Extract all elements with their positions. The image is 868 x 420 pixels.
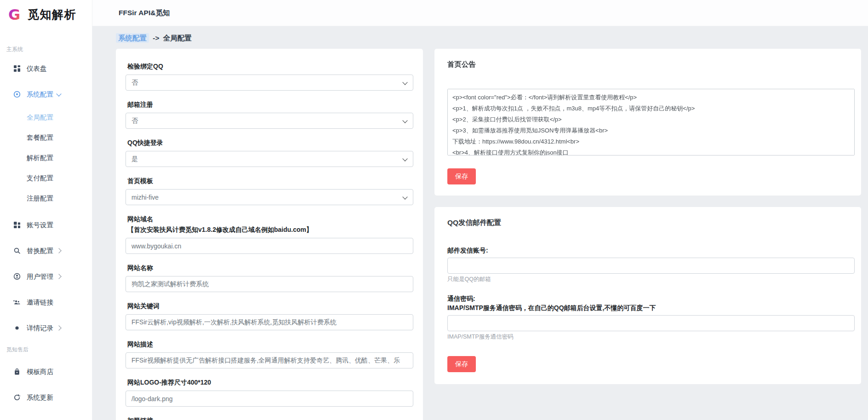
field-label: 邮件发信账号:	[447, 246, 855, 255]
mail-save-button[interactable]: 保存	[447, 356, 476, 372]
sidebar-item-replace-config[interactable]: 替换配置	[0, 238, 92, 264]
mail-password-input[interactable]	[447, 315, 855, 331]
app-window: G 觅知解析 主系统 仪表盘 系统配置 全局配	[0, 0, 868, 420]
field-label: 邮箱注册	[126, 100, 413, 109]
breadcrumb-arrow: ->	[153, 34, 159, 42]
sidebar-subitem-label: 解析配置	[27, 154, 53, 162]
field-label: QQ快捷登录	[126, 138, 413, 147]
sidebar-item-label: 仪表盘	[27, 64, 47, 73]
sidebar-menu: 仪表盘 系统配置 全局配置 套餐配置 解析配置	[0, 56, 92, 410]
global-config-form-card: 检验绑定QQ 否 邮箱注册 否 QQ快捷登录 是 首页模板 mizhi-five	[116, 49, 423, 420]
sidebar-section-label-main: 主系统	[6, 46, 23, 53]
system-config-icon	[13, 91, 21, 98]
chevron-down-icon	[402, 156, 407, 161]
chevron-right-icon	[56, 325, 61, 330]
shop-bag-icon	[13, 368, 21, 376]
field-sublabel: IMAP/SMTP服务通信密码，在自己的QQ邮箱后台设置,不懂的可百度一下	[447, 303, 855, 312]
field-label: 网站描述	[126, 339, 413, 349]
sidebar-item-label: 系统更新	[27, 393, 53, 402]
field-label: 通信密码:	[447, 294, 855, 303]
sidebar-item-system-update[interactable]: 系统更新	[0, 385, 92, 410]
svg-text:G: G	[8, 6, 20, 23]
record-dot-icon	[13, 324, 21, 332]
form-group-mail-password: 通信密码: IMAP/SMTP服务通信密码，在自己的QQ邮箱后台设置,不懂的可百…	[447, 294, 855, 340]
site-description-input[interactable]	[126, 352, 413, 368]
site-logo-input[interactable]	[126, 391, 413, 407]
select-value: mizhi-five	[131, 194, 159, 201]
account-grid-icon	[13, 221, 21, 229]
field-label: 检验绑定QQ	[126, 62, 413, 71]
field-label: 网站域名	[126, 214, 413, 224]
sidebar-subitem-label: 支付配置	[27, 174, 53, 183]
sidebar-item-label: 系统配置	[27, 90, 53, 99]
qq-quick-login-select[interactable]: 是	[126, 151, 413, 167]
sidebar-subitem-label: 全局配置	[27, 113, 53, 122]
sidebar-item-label: 模板商店	[27, 368, 53, 376]
refresh-icon	[13, 394, 21, 402]
breadcrumb-parent-link[interactable]: 系统配置	[116, 33, 149, 43]
announcement-save-button[interactable]: 保存	[447, 168, 476, 184]
home-announcement-card: 首页公告 <p><font color="red">必看：</font>请到解析…	[434, 49, 861, 196]
sidebar-section-label-aftersale: 觅知售后	[0, 341, 92, 354]
site-name-input[interactable]	[126, 276, 413, 292]
field-label: 网站关键词	[126, 301, 413, 311]
form-group-email-register: 邮箱注册 否	[126, 100, 413, 129]
chevron-down-icon	[402, 80, 407, 85]
sidebar-item-system-config[interactable]: 系统配置	[0, 81, 92, 107]
check-bind-qq-select[interactable]: 否	[126, 75, 413, 91]
field-sublabel: 【首次安装扶风计费觅知v1.8.2修改成自己域名例如baidu.com】	[126, 225, 413, 234]
sidebar-subitem-payment-config[interactable]: 支付配置	[0, 168, 92, 188]
field-label: 加群链接	[126, 416, 413, 420]
brand-wordmark: 觅知解析	[28, 7, 76, 22]
site-domain-input[interactable]	[126, 238, 413, 254]
form-group-site-description: 网站描述	[126, 339, 413, 368]
breadcrumb-current: 全局配置	[163, 34, 192, 42]
announcement-textarea[interactable]: <p><font color="red">必看：</font>请到解析设置里查看…	[447, 89, 855, 155]
select-value: 否	[131, 79, 138, 87]
sidebar: G 觅知解析 主系统 仪表盘 系统配置 全局配	[0, 0, 92, 420]
search-replace-icon	[13, 247, 21, 255]
chevron-right-icon	[56, 248, 61, 253]
sidebar-item-account-settings[interactable]: 账号设置	[0, 212, 92, 238]
mail-account-input[interactable]	[447, 258, 855, 274]
form-group-site-name: 网站名称	[126, 263, 413, 292]
invite-users-icon	[13, 299, 21, 306]
form-group-group-link: 加群链接	[126, 416, 413, 420]
mail-account-hint: 只能是QQ的邮箱	[447, 276, 855, 283]
home-template-select[interactable]: mizhi-five	[126, 189, 413, 205]
chevron-down-icon	[402, 118, 407, 123]
sidebar-subitem-package-config[interactable]: 套餐配置	[0, 127, 92, 148]
chevron-down-icon	[56, 91, 61, 96]
sidebar-subitem-global-config[interactable]: 全局配置	[0, 107, 92, 127]
site-keywords-input[interactable]	[126, 314, 413, 330]
logo-g-icon: G	[8, 6, 24, 23]
sidebar-item-label: 详情记录	[27, 324, 53, 333]
sidebar-item-template-shop[interactable]: 模板商店	[0, 359, 92, 385]
brand-logo[interactable]: G 觅知解析	[0, 0, 92, 26]
sidebar-item-invite-link[interactable]: 邀请链接	[0, 289, 92, 315]
select-value: 是	[131, 155, 138, 163]
sidebar-item-user-management[interactable]: 用户管理	[0, 264, 92, 289]
form-group-mail-account: 邮件发信账号: 只能是QQ的邮箱	[447, 246, 855, 283]
chevron-down-icon	[402, 194, 407, 199]
mail-password-hint: IMAP/SMTP服务通信密码	[447, 334, 855, 340]
sidebar-subitem-parse-config[interactable]: 解析配置	[0, 148, 92, 168]
qq-mail-config-card: QQ发信邮件配置 邮件发信账号: 只能是QQ的邮箱 通信密码: IMAP/SMT…	[434, 207, 861, 384]
sidebar-item-label: 邀请链接	[27, 298, 53, 307]
email-register-select[interactable]: 否	[126, 113, 413, 129]
field-label: 网站LOGO-推荐尺寸400*120	[126, 378, 413, 387]
sidebar-item-dashboard[interactable]: 仪表盘	[0, 56, 92, 81]
field-label: 首页模板	[126, 176, 413, 185]
sidebar-item-detail-records[interactable]: 详情记录	[0, 315, 92, 341]
form-group-site-domain: 网站域名 【首次安装扶风计费觅知v1.8.2修改成自己域名例如baidu.com…	[126, 214, 413, 254]
dashboard-grid-icon	[13, 65, 21, 73]
system-config-submenu: 全局配置 套餐配置 解析配置 支付配置 注册配置	[0, 107, 92, 208]
sidebar-subitem-register-config[interactable]: 注册配置	[0, 188, 92, 208]
announcement-card-title: 首页公告	[447, 60, 855, 69]
form-group-qq-quick-login: QQ快捷登录 是	[126, 138, 413, 167]
top-header-bar: FFSir API&觅知	[92, 0, 868, 26]
sidebar-item-label: 账号设置	[27, 221, 53, 230]
chevron-right-icon	[56, 274, 61, 279]
form-group-check-bind-qq: 检验绑定QQ 否	[126, 62, 413, 91]
form-group-site-logo: 网站LOGO-推荐尺寸400*120	[126, 378, 413, 407]
